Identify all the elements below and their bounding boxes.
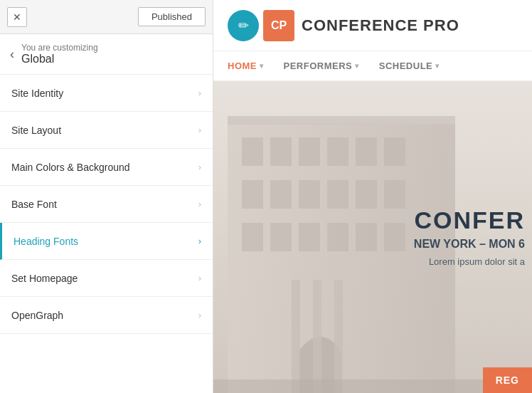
site-logo: CP bbox=[263, 10, 294, 41]
svg-rect-15 bbox=[270, 223, 292, 251]
sidebar-item-label: OpenGraph bbox=[11, 310, 198, 321]
back-arrow[interactable]: ‹ bbox=[10, 47, 14, 62]
chevron-right-active-icon: › bbox=[198, 236, 201, 246]
hero-area: CONFER NEW YORK – MON 6 Lorem ipsum dolo… bbox=[213, 81, 532, 393]
top-bar: ✕ Published bbox=[0, 0, 213, 34]
nav-item-home[interactable]: HOME ▾ bbox=[228, 61, 264, 71]
sidebar-item-label: Site Layout bbox=[11, 125, 198, 136]
chevron-right-icon: › bbox=[198, 88, 201, 98]
customizing-value: Global bbox=[21, 53, 98, 66]
hero-conference-title: CONFER bbox=[414, 207, 525, 234]
sidebar-item-label: Main Colors & Background bbox=[11, 162, 198, 173]
customizing-label: You are customizing bbox=[21, 43, 98, 53]
hero-subtitle: NEW YORK – MON 6 bbox=[414, 238, 525, 251]
svg-rect-16 bbox=[299, 223, 320, 251]
svg-rect-10 bbox=[299, 180, 320, 209]
register-button[interactable]: REG bbox=[483, 367, 532, 393]
chevron-right-icon: › bbox=[198, 199, 201, 209]
svg-rect-17 bbox=[327, 223, 349, 251]
sidebar-item-label: Base Font bbox=[11, 199, 198, 210]
nav-label: HOME bbox=[228, 61, 257, 71]
close-icon: ✕ bbox=[13, 11, 21, 23]
nav-item-schedule[interactable]: SCHEDULE ▾ bbox=[379, 61, 440, 71]
chevron-right-icon: › bbox=[198, 125, 201, 135]
site-title: CONFERENCE PRO bbox=[302, 16, 459, 35]
hero-text: CONFER NEW YORK – MON 6 Lorem ipsum dolo… bbox=[414, 207, 532, 267]
svg-rect-7 bbox=[384, 137, 405, 166]
nav-item-performers[interactable]: PERFORMERS ▾ bbox=[284, 61, 359, 71]
svg-rect-13 bbox=[384, 180, 405, 209]
sidebar-item-base-font[interactable]: Base Font › bbox=[0, 186, 213, 223]
chevron-right-icon: › bbox=[198, 162, 201, 172]
svg-rect-23 bbox=[228, 116, 455, 125]
svg-rect-14 bbox=[242, 223, 263, 251]
svg-rect-9 bbox=[270, 180, 292, 209]
nav-label: PERFORMERS bbox=[284, 61, 353, 71]
svg-rect-18 bbox=[356, 223, 377, 251]
customizing-header: ‹ You are customizing Global bbox=[0, 34, 213, 75]
sidebar-item-label: Heading Fonts bbox=[14, 236, 198, 247]
svg-rect-2 bbox=[242, 137, 263, 166]
sidebar-item-heading-fonts[interactable]: Heading Fonts › bbox=[0, 223, 213, 260]
published-button[interactable]: Published bbox=[138, 7, 206, 26]
svg-rect-20 bbox=[292, 280, 300, 393]
sidebar-item-site-layout[interactable]: Site Layout › bbox=[0, 112, 213, 149]
sidebar-item-opengraph[interactable]: OpenGraph › bbox=[0, 297, 213, 334]
sidebar-item-site-identity[interactable]: Site Identity › bbox=[0, 75, 213, 112]
svg-rect-11 bbox=[327, 180, 349, 209]
pencil-icon: ✏ bbox=[238, 18, 249, 33]
nav-label: SCHEDULE bbox=[379, 61, 433, 71]
svg-rect-4 bbox=[299, 137, 320, 166]
svg-rect-12 bbox=[356, 180, 377, 209]
svg-rect-21 bbox=[313, 280, 321, 393]
left-panel: ✕ Published ‹ You are customizing Global… bbox=[0, 0, 213, 393]
nav-arrow-icon: ▾ bbox=[355, 62, 359, 70]
menu-list: Site Identity › Site Layout › Main Color… bbox=[0, 75, 213, 393]
svg-rect-3 bbox=[270, 137, 292, 166]
nav-arrow-icon: ▾ bbox=[435, 62, 440, 70]
hero-lorem: Lorem ipsum dolor sit a bbox=[414, 256, 525, 267]
pencil-circle: ✏ bbox=[228, 10, 259, 41]
sidebar-item-set-homepage[interactable]: Set Homepage › bbox=[0, 260, 213, 297]
svg-rect-5 bbox=[327, 137, 349, 166]
chevron-right-icon: › bbox=[198, 310, 201, 320]
svg-rect-6 bbox=[356, 137, 377, 166]
customizing-text: You are customizing Global bbox=[21, 43, 98, 66]
site-nav: HOME ▾ PERFORMERS ▾ SCHEDULE ▾ bbox=[213, 51, 532, 81]
site-header: ✏ CP CONFERENCE PRO bbox=[213, 0, 532, 51]
svg-rect-8 bbox=[242, 180, 263, 209]
right-panel: ✏ CP CONFERENCE PRO HOME ▾ PERFORMERS ▾ … bbox=[213, 0, 532, 393]
sidebar-item-label: Site Identity bbox=[11, 88, 198, 99]
nav-arrow-icon: ▾ bbox=[260, 62, 264, 70]
svg-rect-19 bbox=[384, 223, 405, 251]
sidebar-item-label: Set Homepage bbox=[11, 273, 198, 284]
svg-rect-22 bbox=[334, 280, 343, 393]
sidebar-item-main-colors[interactable]: Main Colors & Background › bbox=[0, 149, 213, 186]
close-button[interactable]: ✕ bbox=[7, 7, 27, 27]
chevron-right-icon: › bbox=[198, 273, 201, 283]
